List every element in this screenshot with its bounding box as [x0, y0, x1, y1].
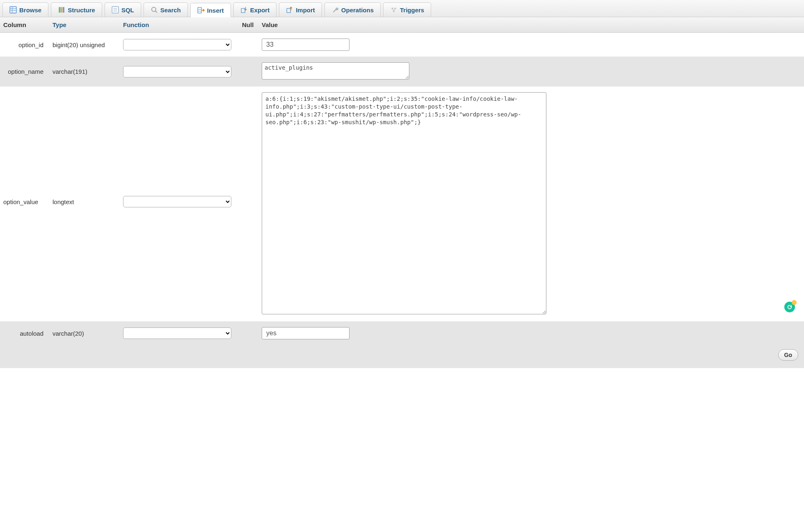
col-name: option_id [0, 40, 49, 50]
tab-insert[interactable]: Insert [190, 3, 231, 17]
col-name: option_value [3, 198, 38, 205]
browse-icon [9, 6, 17, 14]
col-null [239, 332, 258, 335]
tab-label: Import [296, 7, 315, 14]
form-footer: Go [0, 345, 804, 368]
col-type: varchar(20) [49, 328, 120, 339]
svg-rect-0 [10, 7, 16, 13]
col-func [120, 326, 239, 341]
col-type: varchar(191) [49, 66, 120, 77]
value-textarea[interactable] [262, 62, 409, 80]
tab-operations[interactable]: Operations [324, 2, 381, 17]
col-null [239, 43, 258, 46]
structure-icon [58, 6, 65, 14]
col-name: option_name [0, 66, 49, 77]
function-select[interactable] [123, 196, 231, 207]
triggers-icon [390, 6, 397, 14]
value-input[interactable] [262, 327, 349, 339]
grammarly-icon[interactable] [784, 302, 795, 312]
svg-line-12 [155, 11, 157, 13]
tab-label: Operations [341, 7, 374, 14]
go-button[interactable]: Go [778, 349, 798, 361]
function-select[interactable] [123, 327, 231, 339]
tab-label: SQL [121, 7, 134, 14]
col-func [120, 37, 239, 52]
tab-browse[interactable]: Browse [2, 2, 48, 17]
tab-export[interactable]: Export [233, 2, 277, 17]
col-value [258, 325, 804, 341]
sql-icon [112, 6, 119, 14]
header-value: Value [258, 20, 804, 30]
tab-search[interactable]: Search [144, 2, 188, 17]
tab-label: Browse [19, 7, 41, 14]
value-input[interactable] [262, 39, 349, 51]
col-value [258, 61, 804, 82]
col-value [258, 91, 804, 317]
col-null [239, 91, 258, 94]
col-func [120, 64, 239, 79]
header-column: Column [0, 20, 49, 30]
header-null: Null [239, 20, 258, 30]
function-select[interactable] [123, 39, 231, 50]
tab-bar: Browse Structure SQL Search Insert Expor… [0, 0, 804, 17]
export-icon [240, 6, 248, 14]
tab-triggers[interactable]: Triggers [383, 2, 431, 17]
col-type: longtext [53, 198, 74, 205]
function-select[interactable] [123, 66, 231, 77]
tab-label: Search [160, 7, 181, 14]
row-option-value: option_value longtext [0, 86, 804, 321]
svg-rect-5 [61, 7, 62, 13]
col-type: bigint(20) unsigned [49, 40, 120, 50]
value-textarea-large[interactable] [262, 92, 546, 314]
import-icon [286, 6, 293, 14]
tab-label: Export [250, 7, 270, 14]
tab-label: Triggers [400, 7, 424, 14]
header-type[interactable]: Type [49, 20, 120, 30]
header-function[interactable]: Function [120, 20, 239, 30]
row-autoload: autoload varchar(20) [0, 321, 804, 345]
row-option-id: option_id bigint(20) unsigned [0, 33, 804, 57]
tab-structure[interactable]: Structure [51, 2, 102, 17]
col-name: autoload [0, 328, 49, 339]
col-value [258, 37, 804, 52]
svg-rect-4 [59, 7, 61, 13]
row-option-name: option_name varchar(191) [0, 57, 804, 86]
col-func [120, 91, 239, 313]
tab-label: Structure [68, 7, 95, 14]
tab-import[interactable]: Import [279, 2, 322, 17]
svg-rect-13 [198, 7, 201, 13]
insert-icon [197, 7, 205, 14]
svg-rect-17 [287, 9, 290, 13]
search-icon [151, 6, 158, 14]
col-null [239, 70, 258, 73]
svg-rect-6 [63, 7, 64, 13]
column-headers: Column Type Function Null Value [0, 17, 804, 33]
svg-point-11 [152, 7, 156, 11]
tab-sql[interactable]: SQL [105, 2, 141, 17]
operations-icon [331, 6, 339, 14]
tab-label: Insert [207, 7, 224, 14]
